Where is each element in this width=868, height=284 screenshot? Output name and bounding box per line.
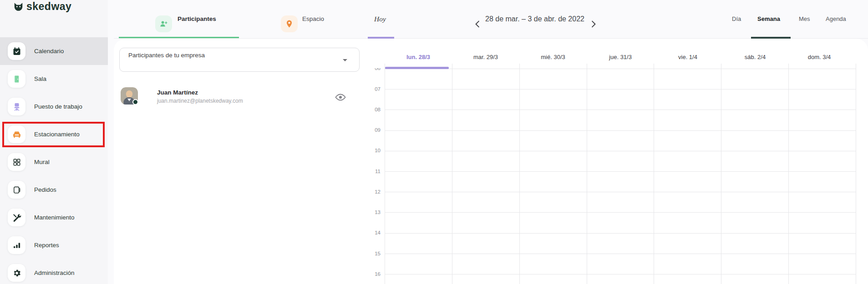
day-header-lun: lun. 28/3: [391, 54, 446, 61]
sidebar-item-pedidos[interactable]: Pedidos: [0, 176, 108, 204]
active-day-indicator: [385, 67, 449, 69]
active-tab-indicator: [119, 37, 239, 38]
estacionamiento-highlight-box: [2, 122, 105, 147]
view-option-semana[interactable]: Semana: [757, 0, 780, 38]
gear-icon: [8, 264, 25, 282]
hour-label: 13: [364, 209, 381, 215]
today-button[interactable]: Hoy: [374, 0, 386, 38]
day-header-mie: mié. 30/3: [526, 54, 580, 61]
hour-label: 07: [364, 86, 381, 92]
day-gridline: [587, 64, 587, 284]
hour-gridline: [385, 212, 856, 213]
grid-icon: [8, 153, 25, 171]
day-gridline: [452, 64, 452, 284]
hour-gridline: [385, 171, 856, 172]
calendar-check-icon: [8, 42, 25, 60]
hour-gridline: [385, 274, 856, 274]
chevron-left-icon[interactable]: [474, 20, 481, 28]
sidebar-item-calendario[interactable]: Calendario: [0, 37, 108, 65]
sidebar-item-reportes[interactable]: Reportes: [0, 231, 108, 259]
sidebar-item-label: Calendario: [34, 37, 64, 65]
sidebar-item-administracion[interactable]: Administración: [0, 259, 108, 284]
office-chair-icon: [8, 98, 25, 115]
skedway-logo-icon: [14, 2, 23, 11]
view-option-dia[interactable]: Día: [732, 0, 741, 38]
day-gridline: [654, 64, 654, 284]
app-window: skedway Calendario Sala Puesto de trabaj…: [0, 0, 868, 284]
sidebar-item-label: Sala: [34, 65, 46, 93]
day-header-dom: dom. 3/4: [792, 54, 847, 61]
sidebar-item-label: Reportes: [34, 231, 59, 259]
day-gridline: [856, 64, 856, 284]
hour-gridline: [385, 151, 856, 151]
tab-espacio[interactable]: Espacio: [302, 0, 324, 38]
skedway-logo[interactable]: skedway: [14, 0, 71, 13]
participant-email: juan.martinez@planetskedway.com: [157, 98, 243, 104]
sidebar-item-label: Administración: [34, 259, 75, 284]
participant-name: Juan Martínez: [157, 89, 198, 96]
door-icon: [8, 70, 25, 88]
hour-gridline: [385, 254, 856, 254]
hour-gridline: [385, 69, 856, 69]
view-option-mes[interactable]: Mes: [799, 0, 810, 38]
day-header-vie: vie. 1/4: [660, 54, 715, 61]
hour-gridline: [385, 89, 856, 90]
hour-label: 09: [364, 127, 381, 133]
sidebar-item-puesto-de-trabajo[interactable]: Puesto de trabajo: [0, 93, 108, 120]
hour-label: 14: [364, 229, 381, 236]
hour-gridline: [385, 192, 856, 192]
sidebar-item-mantenimiento[interactable]: Mantenimiento: [0, 204, 108, 231]
hour-label: 16: [364, 271, 381, 277]
hour-label: 15: [364, 250, 381, 257]
participant-list-item[interactable]: Juan Martínez juan.martinez@planetskedwa…: [119, 85, 360, 106]
skedway-logo-text: skedway: [26, 0, 71, 13]
sidebar-item-label: Pedidos: [34, 176, 56, 204]
hour-gridline: [385, 110, 856, 110]
participants-filter-select[interactable]: Participantes de tu empresa: [119, 48, 360, 72]
day-header-sab: sáb. 2/4: [728, 54, 782, 61]
date-range-label: 28 de mar. – 3 de abr. de 2022: [485, 0, 585, 38]
bar-chart-icon: [8, 236, 25, 254]
day-header-mar: mar. 29/3: [458, 54, 513, 61]
tab-participantes[interactable]: Participantes: [178, 0, 216, 38]
day-gridline: [385, 64, 385, 284]
sidebar-item-label: Mural: [34, 148, 50, 176]
view-option-agenda[interactable]: Agenda: [826, 0, 846, 38]
person-add-icon: [155, 15, 172, 32]
day-header-jue: jue. 31/3: [593, 54, 648, 61]
day-gridline: [519, 64, 520, 284]
box-icon: [8, 181, 25, 199]
hour-label: 11: [364, 168, 381, 174]
chevron-right-icon[interactable]: [590, 20, 597, 28]
hour-label: 12: [364, 189, 381, 195]
sidebar-item-label: Puesto de trabajo: [34, 93, 82, 120]
hour-label: 10: [364, 147, 381, 154]
hour-gridline: [385, 233, 856, 234]
content-card: [114, 39, 868, 284]
online-status-dot: [132, 99, 138, 105]
day-gridline: [788, 64, 789, 284]
hour-label: 08: [364, 106, 381, 113]
chevron-down-icon: [343, 59, 347, 61]
sidebar-item-mural[interactable]: Mural: [0, 148, 108, 176]
hour-gridline: [385, 130, 856, 131]
day-gridline: [721, 64, 721, 284]
tools-icon: [8, 209, 25, 226]
eye-icon[interactable]: [335, 93, 346, 101]
participants-filter-value: Participantes de tu empresa: [128, 52, 205, 59]
location-pin-icon: [281, 15, 298, 32]
sidebar-item-sala[interactable]: Sala: [0, 65, 108, 93]
sidebar-item-label: Mantenimiento: [34, 204, 75, 231]
